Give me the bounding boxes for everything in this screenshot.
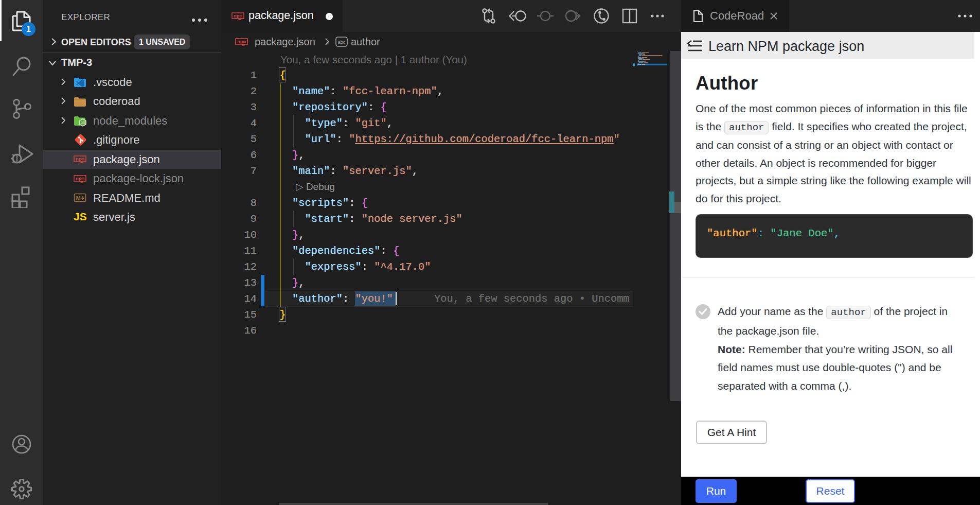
svg-text:npm: npm bbox=[76, 176, 84, 182]
svg-text:npm: npm bbox=[234, 13, 242, 19]
svg-text:npm: npm bbox=[237, 39, 246, 45]
svg-text:npm: npm bbox=[76, 156, 84, 162]
svg-text:abc: abc bbox=[338, 40, 346, 45]
svg-text:M: M bbox=[76, 195, 80, 201]
svg-text:JS: JS bbox=[81, 121, 85, 125]
